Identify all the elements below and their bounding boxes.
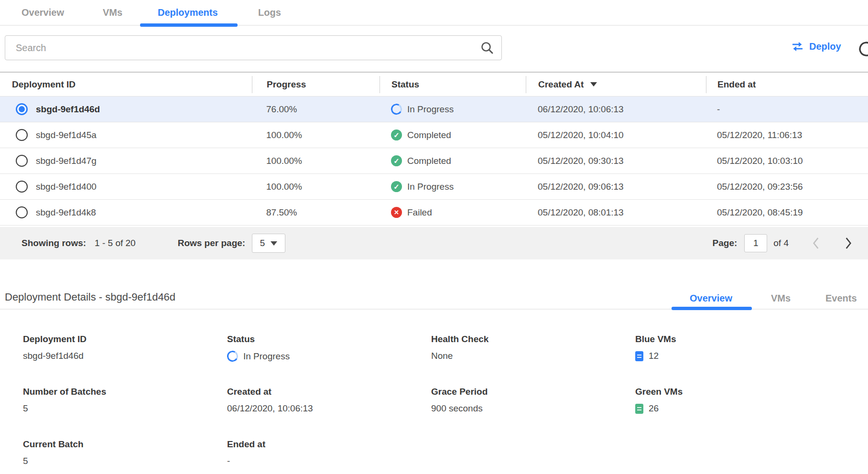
search-input[interactable] xyxy=(5,35,502,60)
table-row[interactable]: sbgd-9ef1d46d 76.00% In Progress 06/12/2… xyxy=(0,97,868,122)
detail-field: Blue VMs 12 xyxy=(635,325,863,377)
status-text: In Progress xyxy=(407,182,454,192)
progress-value: 87.50% xyxy=(252,207,380,218)
col-progress[interactable]: Progress xyxy=(252,76,380,93)
col-status[interactable]: Status xyxy=(380,76,526,93)
detail-field-label: Health Check xyxy=(431,334,635,345)
table-header: Deployment ID Progress Status Created At… xyxy=(0,72,868,97)
row-radio[interactable] xyxy=(16,129,28,141)
created-at-value: 05/12/2020, 09:06:13 xyxy=(526,182,706,192)
deployment-id-value: sbgd-9ef1d47g xyxy=(36,156,97,166)
detail-field-label: Ended at xyxy=(227,439,431,450)
detail-field-value: 5 xyxy=(23,456,28,466)
progress-value: 100.00% xyxy=(252,130,380,140)
refresh-button[interactable] xyxy=(857,40,868,59)
detail-field: Number of Batches 5 xyxy=(23,377,227,430)
status-icon xyxy=(391,155,402,166)
ended-at-value: 05/12/2020, 09:23:56 xyxy=(706,182,868,192)
page-total: of 4 xyxy=(773,238,789,248)
deploy-button[interactable]: Deploy xyxy=(791,41,841,52)
rows-per-page-label: Rows per page: xyxy=(178,238,245,248)
search-icon xyxy=(480,41,494,55)
detail-field-value: In Progress xyxy=(243,351,290,362)
status-icon xyxy=(391,129,402,140)
detail-field-label: Green VMs xyxy=(635,387,863,397)
detail-field-value: None xyxy=(431,351,453,361)
detail-field-value: 5 xyxy=(23,403,28,414)
table-row[interactable]: sbgd-9ef1d47g 100.00% Completed 05/12/20… xyxy=(0,148,868,174)
detail-field: Status In Progress xyxy=(227,325,431,377)
status-text: Completed xyxy=(407,156,451,166)
created-at-value: 05/12/2020, 08:01:13 xyxy=(526,207,706,218)
status-icon xyxy=(391,207,402,218)
status-text: Failed xyxy=(407,207,432,218)
detail-value-icon xyxy=(635,404,643,414)
detail-field-value: - xyxy=(227,456,230,466)
table-row[interactable]: sbgd-9ef1d4k8 87.50% Failed 05/12/2020, … xyxy=(0,200,868,226)
ended-at-value: 05/12/2020, 11:06:13 xyxy=(706,130,868,140)
previous-page-icon[interactable] xyxy=(811,237,821,249)
detail-field-label: Grace Period xyxy=(431,387,635,397)
details-grid: Deployment ID sbgd-9ef1d46d Status In Pr… xyxy=(23,325,863,474)
deployments-table: Deployment ID Progress Status Created At… xyxy=(0,72,868,226)
detail-field-label: Created at xyxy=(227,387,431,397)
ended-at-value: - xyxy=(706,104,868,115)
sort-desc-icon[interactable] xyxy=(590,82,597,86)
col-ended-at[interactable]: Ended at xyxy=(706,76,868,93)
row-radio[interactable] xyxy=(16,155,28,167)
deployment-id-value: sbgd-9ef1d4k8 xyxy=(36,207,96,218)
detail-field-value: 26 xyxy=(649,403,659,414)
next-page-icon[interactable] xyxy=(843,237,854,249)
row-radio[interactable] xyxy=(16,103,28,115)
active-details-tab-indicator xyxy=(672,307,752,310)
detail-value-icon xyxy=(635,351,643,361)
detail-field-value: 12 xyxy=(649,351,659,361)
created-at-value: 06/12/2020, 10:06:13 xyxy=(526,104,706,115)
detail-field: Grace Period 900 seconds xyxy=(431,377,635,430)
rows-per-page-select[interactable]: 5 xyxy=(252,234,285,253)
detail-field-value: 900 seconds xyxy=(431,403,483,414)
status-text: Completed xyxy=(407,130,451,140)
table-pagination-bar: Showing rows: 1 - 5 of 20 Rows per page:… xyxy=(0,227,868,259)
detail-field-label: Number of Batches xyxy=(23,387,227,397)
progress-value: 100.00% xyxy=(252,182,380,192)
detail-field: Ended at - xyxy=(227,430,431,474)
progress-value: 76.00% xyxy=(252,104,380,115)
details-tab-vms[interactable]: VMs xyxy=(771,293,791,304)
page-label: Page: xyxy=(713,238,738,248)
detail-field: Health Check None xyxy=(431,325,635,377)
row-radio[interactable] xyxy=(16,206,28,218)
detail-field: Deployment ID sbgd-9ef1d46d xyxy=(23,325,227,377)
col-created-at[interactable]: Created At xyxy=(526,76,706,93)
deployment-id-value: sbgd-9ef1d45a xyxy=(36,130,97,140)
refresh-icon xyxy=(857,40,868,59)
showing-rows-value: 1 - 5 of 20 xyxy=(95,238,136,248)
tab-vms[interactable]: VMs xyxy=(103,7,122,18)
details-title: Deployment Details - sbgd-9ef1d46d xyxy=(5,291,175,303)
detail-field-value: sbgd-9ef1d46d xyxy=(23,351,84,361)
col-deployment-id[interactable]: Deployment ID xyxy=(0,76,252,93)
active-tab-indicator xyxy=(140,23,238,27)
page-number-input[interactable] xyxy=(744,234,767,252)
ended-at-value: 05/12/2020, 08:45:19 xyxy=(706,207,868,218)
tab-overview[interactable]: Overview xyxy=(22,7,64,18)
tab-deployments[interactable]: Deployments xyxy=(158,7,218,18)
row-radio[interactable] xyxy=(16,181,28,193)
showing-rows-label: Showing rows: xyxy=(22,238,86,248)
status-icon xyxy=(391,181,402,192)
details-tab-events[interactable]: Events xyxy=(825,293,857,304)
detail-field: Green VMs 26 xyxy=(635,377,863,430)
detail-value-icon xyxy=(226,349,239,363)
deployment-id-value: sbgd-9ef1d46d xyxy=(36,104,100,115)
status-text: In Progress xyxy=(407,104,454,115)
main-tab-bar: Overview VMs Deployments Logs xyxy=(0,0,868,26)
details-header: Deployment Details - sbgd-9ef1d46d Overv… xyxy=(0,290,868,310)
deploy-label: Deploy xyxy=(809,41,841,52)
detail-field-value: 06/12/2020, 10:06:13 xyxy=(227,403,313,414)
table-row[interactable]: sbgd-9ef1d45a 100.00% Completed 05/12/20… xyxy=(0,122,868,148)
created-at-value: 05/12/2020, 10:04:10 xyxy=(526,130,706,140)
table-row[interactable]: sbgd-9ef1d400 100.00% In Progress 05/12/… xyxy=(0,174,868,200)
details-tab-overview[interactable]: Overview xyxy=(690,293,732,304)
rows-per-page-value: 5 xyxy=(260,238,265,248)
tab-logs[interactable]: Logs xyxy=(258,7,281,18)
